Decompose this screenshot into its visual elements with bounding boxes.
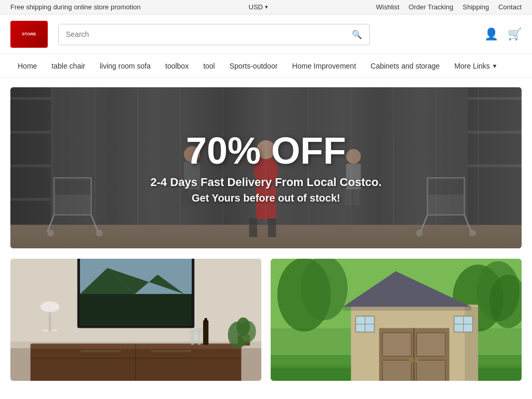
account-icon[interactable]: 👤 — [484, 28, 498, 41]
top-bar-left: Free shipping during online store promot… — [10, 3, 141, 11]
currency-arrow-icon: ▾ — [265, 4, 268, 10]
svg-rect-52 — [151, 350, 191, 352]
search-button[interactable]: 🔍 — [344, 24, 369, 45]
svg-rect-60 — [203, 320, 208, 345]
svg-rect-46 — [80, 294, 192, 326]
svg-marker-77 — [343, 307, 471, 311]
svg-point-85 — [408, 357, 414, 363]
logo[interactable]: STORE — [10, 21, 48, 48]
nav-item-toolbox[interactable]: toolbox — [158, 55, 196, 77]
svg-rect-83 — [417, 333, 445, 356]
logo-text: STORE — [22, 32, 36, 37]
search-icon: 🔍 — [352, 30, 362, 39]
contact-link[interactable]: Contact — [498, 3, 522, 11]
nav-item-living-room-sofa[interactable]: living room sofa — [92, 55, 158, 77]
svg-rect-61 — [205, 318, 207, 322]
hero-banner: 70% OFF 2-4 Days Fast Delivery From Loca… — [10, 87, 522, 248]
hero-discount-text: 70% OFF — [150, 132, 381, 169]
more-links-chevron-icon: ▼ — [492, 63, 498, 69]
product-grid — [10, 259, 522, 381]
svg-rect-82 — [382, 360, 411, 381]
top-bar: Free shipping during online store promot… — [0, 0, 532, 15]
more-links-label: More Links — [454, 62, 489, 70]
product-card-shed[interactable] — [271, 259, 522, 381]
wishlist-link[interactable]: Wishlist — [376, 3, 400, 11]
search-input[interactable] — [59, 24, 344, 45]
furniture-scene-svg — [10, 259, 261, 381]
nav-item-sports-outdoor[interactable]: Sports-outdoor — [222, 55, 285, 77]
top-bar-right: Wishlist Order Tracking Shipping Contact — [376, 3, 522, 11]
nav-item-home-improvement[interactable]: Home Improvement — [285, 55, 363, 77]
svg-point-86 — [414, 357, 419, 363]
shipping-link[interactable]: Shipping — [463, 3, 489, 11]
nav-more-links[interactable]: More Links ▼ — [447, 55, 504, 77]
shed-scene-svg — [271, 259, 522, 381]
svg-point-59 — [195, 328, 203, 332]
nav-item-home[interactable]: Home — [10, 55, 44, 77]
hero-cta-text: Get Yours before out of stock! — [150, 192, 381, 204]
hero-content: 70% OFF 2-4 Days Fast Delivery From Loca… — [150, 132, 381, 204]
currency-selector[interactable]: USD ▾ — [249, 3, 268, 11]
svg-point-55 — [41, 301, 59, 312]
main-nav: Home table chair living room sofa toolbo… — [0, 55, 532, 78]
svg-rect-51 — [81, 350, 121, 352]
product-card-furniture[interactable] — [10, 259, 261, 381]
svg-rect-81 — [382, 333, 411, 356]
cart-icon[interactable]: 🛒 — [508, 28, 522, 41]
nav-item-tool[interactable]: tool — [196, 55, 222, 77]
header-icons: 👤 🛒 — [484, 28, 522, 41]
svg-rect-84 — [417, 360, 445, 381]
svg-point-65 — [236, 317, 250, 336]
order-tracking-link[interactable]: Order Tracking — [409, 3, 454, 11]
svg-rect-58 — [198, 330, 201, 344]
svg-point-69 — [301, 259, 348, 320]
promo-text: Free shipping during online store promot… — [10, 3, 141, 11]
hero-delivery-text: 2-4 Days Fast Delivery From Local Costco… — [150, 176, 381, 189]
currency-label: USD — [249, 3, 263, 11]
nav-item-table-chair[interactable]: table chair — [44, 55, 92, 77]
header: STORE 🔍 👤 🛒 — [0, 15, 532, 55]
nav-item-cabinets-storage[interactable]: Cabinets and storage — [363, 55, 447, 77]
search-bar: 🔍 — [58, 24, 370, 45]
